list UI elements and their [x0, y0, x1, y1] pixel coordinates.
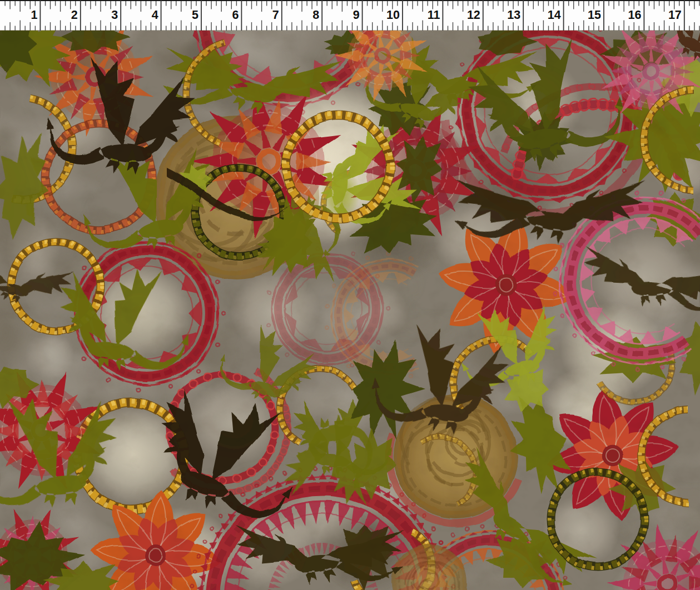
- svg-text:11: 11: [428, 8, 440, 22]
- svg-text:4: 4: [152, 8, 158, 22]
- svg-text:6: 6: [232, 8, 239, 22]
- svg-text:14: 14: [548, 8, 561, 22]
- svg-text:1: 1: [31, 8, 37, 22]
- svg-text:17: 17: [668, 8, 682, 22]
- svg-text:13: 13: [507, 8, 520, 22]
- svg-text:10: 10: [386, 8, 400, 22]
- svg-text:7: 7: [272, 8, 279, 22]
- svg-text:16: 16: [628, 8, 641, 22]
- svg-text:15: 15: [588, 8, 601, 22]
- svg-text:3: 3: [111, 8, 118, 22]
- svg-text:8: 8: [312, 8, 319, 22]
- svg-text:2: 2: [71, 8, 78, 22]
- svg-text:9: 9: [353, 8, 360, 22]
- svg-text:5: 5: [192, 8, 198, 22]
- svg-text:12: 12: [467, 8, 480, 22]
